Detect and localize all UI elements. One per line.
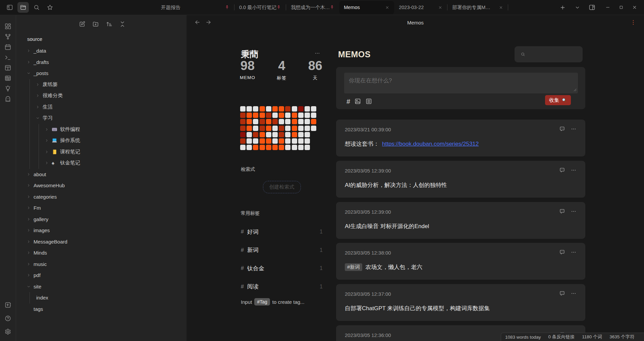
more-horizontal-icon[interactable] — [571, 249, 577, 255]
tree-item-tags[interactable]: tags — [16, 303, 186, 315]
table-icon[interactable] — [3, 73, 13, 83]
hash-icon[interactable]: # — [346, 98, 350, 105]
tag-item-阅读[interactable]: #阅读1 — [241, 278, 323, 296]
heatmap-cell[interactable] — [260, 113, 265, 118]
tree-item-_drafts[interactable]: _drafts — [16, 57, 186, 68]
tag-item-钛合金[interactable]: #钛合金1 — [241, 259, 323, 278]
settings-icon[interactable] — [3, 327, 13, 336]
heatmap-cell[interactable] — [247, 106, 252, 112]
heatmap-cell[interactable] — [260, 126, 265, 131]
heatmap-cell[interactable] — [247, 132, 252, 137]
tree-item-categories[interactable]: categories — [16, 191, 186, 203]
heatmap-cell[interactable] — [292, 106, 297, 112]
heatmap-cell[interactable] — [240, 119, 246, 124]
tree-item-学习[interactable]: 学习 — [16, 113, 186, 124]
close-icon[interactable] — [628, 2, 641, 13]
heatmap-cell[interactable] — [266, 138, 271, 144]
heatmap-cell[interactable] — [292, 113, 297, 118]
help-icon[interactable] — [3, 314, 13, 323]
tab-部署你的专属M…[interactable]: 部署你的专属M… — [447, 0, 508, 15]
tree-item-很难分类[interactable]: 很难分类 — [16, 90, 186, 101]
comment-icon[interactable] — [559, 290, 565, 296]
terminal-icon[interactable] — [3, 53, 13, 62]
memo-link[interactable]: https://book.douban.com/series/25312 — [382, 141, 479, 147]
heatmap-cell[interactable] — [279, 145, 284, 150]
list-icon[interactable] — [365, 98, 372, 105]
tree-item-生活[interactable]: 生活 — [16, 101, 186, 113]
resize-handle[interactable] — [573, 88, 577, 92]
tag-item-新词[interactable]: #新词1 — [241, 241, 323, 260]
comment-icon[interactable] — [559, 208, 565, 214]
tree-item-_posts[interactable]: _posts — [16, 68, 186, 79]
heatmap-cell[interactable] — [253, 113, 258, 118]
comment-icon[interactable] — [559, 126, 565, 132]
more-horizontal-icon[interactable] — [571, 126, 577, 132]
heatmap-cell[interactable] — [272, 119, 278, 124]
heatmap-cell[interactable] — [253, 138, 258, 144]
memo-search-input[interactable] — [528, 49, 580, 60]
tab-Memos[interactable]: Memos — [339, 1, 394, 14]
maximize-icon[interactable] — [614, 2, 628, 13]
heatmap-cell[interactable] — [285, 132, 290, 137]
tab-我想成为一个木…[interactable]: 我想成为一个木… — [286, 0, 339, 15]
heatmap-cell[interactable] — [298, 113, 304, 118]
star-icon[interactable] — [44, 2, 56, 13]
tree-item-AwesomeHub[interactable]: AwesomeHub — [16, 180, 186, 191]
heatmap-cell[interactable] — [253, 126, 258, 131]
heatmap-cell[interactable] — [285, 126, 290, 131]
image-icon[interactable] — [354, 98, 361, 105]
tree-item-废纸篓[interactable]: 废纸篓 — [16, 79, 186, 90]
heatmap-cell[interactable] — [298, 132, 304, 137]
panel-left-icon[interactable] — [4, 2, 15, 13]
memo-input[interactable] — [344, 73, 578, 93]
heatmap-cell[interactable] — [305, 106, 310, 112]
heatmap-cell[interactable] — [305, 138, 310, 144]
heatmap-cell[interactable] — [266, 145, 271, 150]
heatmap-cell[interactable] — [253, 106, 258, 112]
heatmap-cell[interactable] — [260, 138, 265, 144]
new-folder-icon[interactable] — [91, 20, 100, 28]
heatmap-cell[interactable] — [285, 119, 290, 124]
heatmap-cell[interactable] — [292, 126, 297, 131]
heatmap-cell[interactable] — [266, 119, 271, 124]
heatmap-cell[interactable] — [305, 119, 310, 124]
tree-item-gallery[interactable]: gallery — [16, 214, 186, 225]
heatmap-cell[interactable] — [279, 113, 284, 118]
heatmap-cell[interactable] — [305, 126, 310, 131]
heatmap-cell[interactable] — [305, 145, 310, 150]
tree-item-about[interactable]: about — [16, 169, 186, 180]
profile-more-icon[interactable] — [314, 50, 320, 56]
heatmap-cell[interactable] — [279, 138, 284, 144]
comment-icon[interactable] — [559, 167, 565, 173]
heatmap-cell[interactable] — [266, 113, 271, 118]
memo-tag-badge[interactable]: #新词 — [345, 263, 362, 271]
heatmap-cell[interactable] — [272, 138, 278, 144]
heatmap-cell[interactable] — [247, 119, 252, 124]
heatmap-cell[interactable] — [272, 106, 278, 112]
tree-item-images[interactable]: images — [16, 225, 186, 236]
heatmap-cell[interactable] — [247, 126, 252, 131]
heatmap-cell[interactable] — [260, 119, 265, 124]
create-query-button[interactable]: 创建检索式 — [263, 181, 301, 193]
tab-0.0 最小可行笔记[interactable]: 0.0 最小可行笔记 — [234, 0, 286, 15]
tab-close-icon[interactable] — [499, 5, 503, 10]
heatmap-cell[interactable] — [298, 119, 304, 124]
heatmap-cell[interactable] — [292, 132, 297, 137]
tree-item-site[interactable]: site — [16, 281, 186, 292]
heatmap-cell[interactable] — [260, 145, 265, 150]
lightbulb-icon[interactable] — [3, 84, 13, 93]
heatmap-cell[interactable] — [305, 132, 310, 137]
ghost-icon[interactable] — [3, 94, 13, 104]
heatmap-cell[interactable] — [240, 145, 246, 150]
heatmap-cell[interactable] — [285, 138, 290, 144]
tab-2023-03-22[interactable]: 2023-03-22 — [394, 0, 447, 15]
heatmap-cell[interactable] — [292, 138, 297, 144]
heatmap-cell[interactable] — [272, 132, 278, 137]
folder-icon[interactable] — [17, 2, 29, 13]
plus-icon[interactable] — [557, 2, 568, 12]
sort-icon[interactable] — [105, 20, 113, 28]
heatmap-cell[interactable] — [253, 145, 258, 150]
heatmap-cell[interactable] — [247, 113, 252, 118]
tree-item-Fm[interactable]: Fm — [16, 202, 186, 214]
tree-item-MessageBoard[interactable]: MessageBoard — [16, 236, 186, 248]
